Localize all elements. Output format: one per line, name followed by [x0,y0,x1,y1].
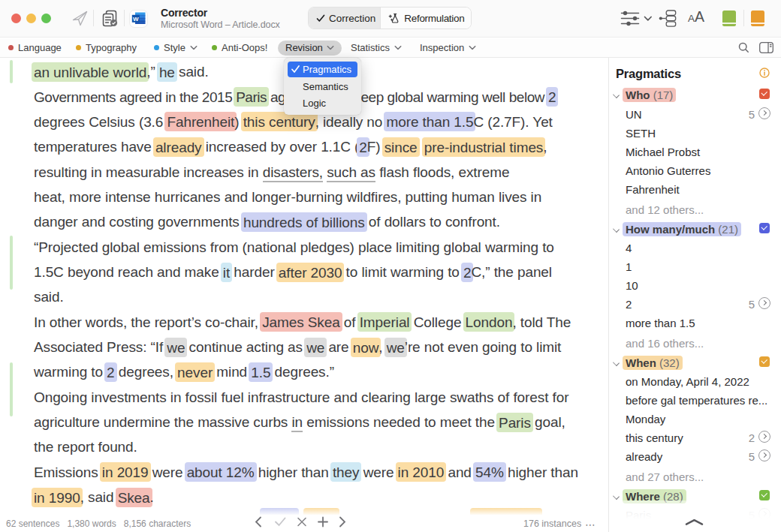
svg-text:W: W [133,16,139,23]
